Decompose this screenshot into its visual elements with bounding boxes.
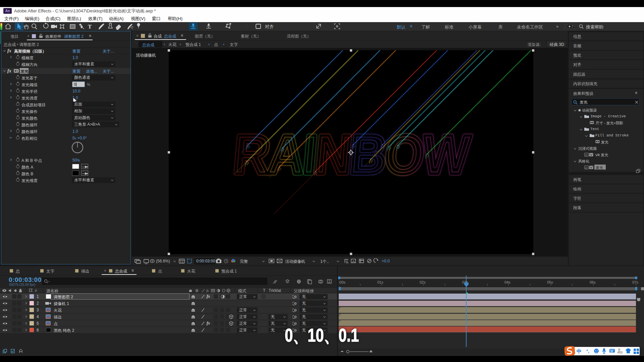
svg-text:21: 21 — [620, 352, 622, 354]
svg-text:fx: fx — [206, 289, 209, 293]
svg-text:°,: °, — [586, 349, 589, 354]
svg-text:32: 32 — [585, 154, 588, 156]
svg-text:对齐: 对齐 — [265, 24, 274, 29]
svg-text:#: # — [35, 289, 37, 293]
svg-text:32: 32 — [585, 167, 588, 169]
svg-text:T: T — [88, 23, 92, 30]
svg-text:中: 中 — [577, 348, 582, 354]
svg-text:RAINBOW: RAINBOW — [231, 123, 473, 185]
